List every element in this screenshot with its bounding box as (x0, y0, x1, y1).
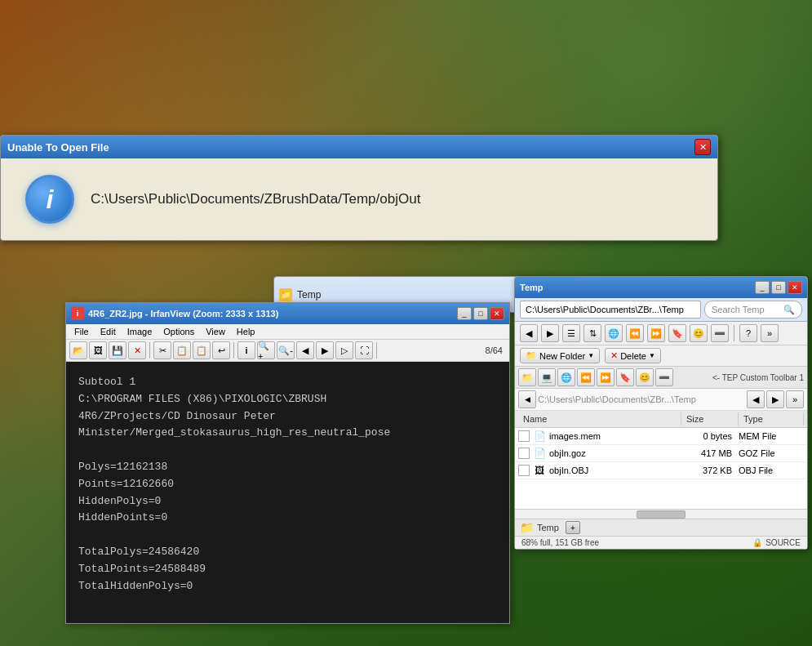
explorer-nav-bar: ◀ C:\Users\Public\Documents\ZBr...\Temp … (515, 389, 807, 411)
explorer-views[interactable]: ☰ (562, 324, 580, 342)
file-icon-2: 📄 (533, 447, 546, 460)
file-checkbox-2[interactable] (518, 448, 530, 459)
col-header-type[interactable]: Type (739, 412, 804, 425)
toolbar-fullscreen[interactable]: ⛶ (355, 341, 373, 359)
menu-image[interactable]: Image (122, 326, 158, 337)
content-line-2: C:\PROGRAM FILES (X86)\PIXOLOGIC\ZBRUSH (78, 391, 497, 408)
explorer-minimize-button[interactable]: _ (755, 281, 770, 294)
toolbar-slideshow[interactable]: ▷ (335, 341, 353, 359)
toolbar-cut[interactable]: ✂ (153, 341, 171, 359)
file-row-images-mem[interactable]: 📄 images.mem 0 bytes MEM File (515, 428, 807, 445)
explorer-sort[interactable]: ⇅ (583, 324, 601, 342)
irfanview-window-controls: _ □ ✕ (457, 307, 504, 320)
toolbar-paste[interactable]: 📋 (193, 341, 211, 359)
new-folder-button[interactable]: 📁 New Folder ▼ (520, 348, 600, 363)
irfanview-minimize-button[interactable]: _ (457, 307, 472, 320)
explorer-statusbar: 68% full, 151 GB free 🔒 SOURCE (515, 536, 807, 549)
toolbar-info[interactable]: i (237, 341, 255, 359)
custom-btn-5[interactable]: ⏩ (597, 368, 615, 386)
error-close-button[interactable]: ✕ (694, 139, 711, 155)
custom-btn-3[interactable]: 🌐 (557, 368, 575, 386)
file-size-3: 372 KB (681, 466, 739, 475)
irfanview-window: i 4R6_ZR2.jpg - IrfanView (Zoom: 2333 x … (65, 302, 510, 624)
bottom-nav-add-btn[interactable]: + (566, 521, 580, 534)
toolbar-undo[interactable]: ↩ (212, 341, 230, 359)
menu-options[interactable]: Options (158, 326, 199, 337)
statusbar-right-area: 🔒 SOURCE (752, 538, 801, 547)
menu-file[interactable]: File (69, 326, 94, 337)
nav-next[interactable]: ▶ (766, 390, 784, 408)
content-points: Points=12162660 (78, 476, 497, 493)
toolbar-sep1 (149, 342, 150, 359)
explorer-nav1[interactable]: 🌐 (605, 324, 623, 342)
error-message: C:\Users\Public\Documents/ZBrushData/Tem… (91, 191, 420, 207)
delete-button[interactable]: ✕ Delete ▼ (605, 348, 661, 363)
explorer-nav4[interactable]: 🔖 (668, 324, 686, 342)
custom-btn-2[interactable]: 💻 (538, 368, 556, 386)
custom-btn-4[interactable]: ⏪ (577, 368, 595, 386)
error-body: i C:\Users\Public\Documents/ZBrushData/T… (1, 158, 717, 240)
file-row-objin-obj[interactable]: 🖼 objIn.OBJ 372 KB OBJ File (515, 462, 807, 479)
file-checkbox-3[interactable] (518, 465, 530, 476)
irfanview-maximize-button[interactable]: □ (473, 307, 488, 320)
explorer-nav5[interactable]: 😊 (690, 324, 708, 342)
toolbar-copy[interactable]: 📋 (173, 341, 191, 359)
toolbar-delete[interactable]: ✕ (128, 341, 146, 359)
toolbar-zoom-in[interactable]: 🔍+ (257, 341, 275, 359)
explorer-nav3[interactable]: ⏩ (647, 324, 665, 342)
explorer-help[interactable]: ? (739, 324, 757, 342)
custom-btn-7[interactable]: 😊 (636, 368, 654, 386)
explorer-more[interactable]: » (761, 324, 779, 342)
horizontal-scrollbar[interactable] (515, 509, 807, 519)
custom-btn-8[interactable]: ➖ (655, 368, 673, 386)
file-name-2: objIn.goz (549, 448, 681, 458)
nav-more2[interactable]: » (786, 390, 804, 408)
explorer-forward[interactable]: ▶ (541, 324, 559, 342)
file-checkbox-1[interactable] (518, 430, 530, 442)
error-titlebar: Unable To Open File ✕ (1, 136, 717, 158)
explorer-nav2[interactable]: ⏪ (626, 324, 644, 342)
content-line-1: Subtool 1 (78, 374, 497, 391)
toolbar-open[interactable]: 📂 (69, 341, 87, 359)
menu-help[interactable]: Help (232, 326, 260, 337)
explorer-close-button[interactable]: ✕ (788, 281, 802, 294)
explorer-addressbar: C:\Users\Public\Documents\ZBr...\Temp Se… (515, 298, 807, 322)
irfanview-titlebar: i 4R6_ZR2.jpg - IrfanView (Zoom: 2333 x … (66, 303, 509, 324)
irfanview-toolbar: 📂 🖼 💾 ✕ ✂ 📋 📋 ↩ i 🔍+ 🔍- ◀ ▶ ▷ ⛶ 8/64 (66, 340, 509, 362)
menu-view[interactable]: View (201, 326, 230, 337)
new-folder-icon: 📁 (526, 350, 537, 361)
explorer-back[interactable]: ◀ (520, 324, 538, 342)
temp-folder-title: Temp (297, 289, 321, 301)
nav-prev[interactable]: ◀ (747, 390, 765, 408)
error-dialog: Unable To Open File ✕ i C:\Users\Public\… (0, 135, 718, 241)
explorer-nav6[interactable]: ➖ (711, 324, 729, 342)
toolbar-zoom-out[interactable]: 🔍- (277, 341, 295, 359)
custom-btn-6[interactable]: 🔖 (616, 368, 634, 386)
explorer-title: Temp (520, 283, 544, 292)
file-type-2: GOZ File (739, 448, 804, 458)
col-header-size[interactable]: Size (681, 412, 739, 425)
file-name-1: images.mem (549, 431, 681, 441)
irfanview-close-button[interactable]: ✕ (490, 307, 504, 320)
irfanview-app-icon: i (71, 307, 84, 320)
col-header-name[interactable]: Name (518, 412, 681, 425)
search-box[interactable]: Search Temp 🔍 (704, 301, 802, 319)
lock-icon: 🔒 (752, 538, 762, 547)
toolbar-next[interactable]: ▶ (316, 341, 334, 359)
temp-folder-icon: 📁 (279, 288, 292, 301)
new-folder-toolbar: 📁 New Folder ▼ ✕ Delete ▼ (515, 345, 807, 367)
nav-collapse-btn[interactable]: ◀ (518, 390, 536, 408)
explorer-file-list: Name Size Type 📄 images.mem 0 bytes MEM … (515, 411, 807, 509)
explorer-icon-toolbar: ◀ ▶ ☰ ⇅ 🌐 ⏪ ⏩ 🔖 😊 ➖ ? » (515, 322, 807, 345)
toolbar-thumbs[interactable]: 🖼 (89, 341, 107, 359)
toolbar-prev[interactable]: ◀ (296, 341, 314, 359)
address-path[interactable]: C:\Users\Public\Documents\ZBr...\Temp (520, 301, 701, 319)
menu-edit[interactable]: Edit (95, 326, 121, 337)
custom-btn-1[interactable]: 📁 (518, 368, 536, 386)
toolbar-save[interactable]: 💾 (109, 341, 126, 359)
scrollbar-thumb[interactable] (637, 510, 686, 519)
irfanview-menubar: File Edit Image Options View Help (66, 324, 509, 340)
file-row-objin-goz[interactable]: 📄 objIn.goz 417 MB GOZ File (515, 445, 807, 462)
explorer-maximize-button[interactable]: □ (771, 281, 786, 294)
file-size-2: 417 MB (681, 448, 739, 458)
